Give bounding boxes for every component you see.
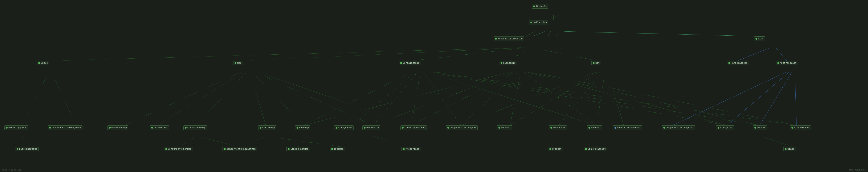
node-label: URLBuilder <box>154 126 167 129</box>
node-label: ConcurrentSkipListMap <box>226 148 256 150</box>
node-vector[interactable]: Vector <box>753 125 767 130</box>
svg-line-37 <box>510 72 521 125</box>
node-label: LinkedHashSet <box>588 148 606 150</box>
svg-line-54 <box>239 137 266 147</box>
node-dot <box>593 62 595 64</box>
node-concurrentmap[interactable]: ConcurrentMap <box>183 125 207 130</box>
node-dot <box>792 127 793 129</box>
svg-line-32 <box>434 72 797 125</box>
node-dot <box>550 127 552 129</box>
node-hashmap[interactable]: HashMap <box>295 125 310 130</box>
node-queue[interactable]: Queue <box>37 61 49 65</box>
node-label: ArrayDeque <box>338 126 352 129</box>
node-dot <box>588 127 590 129</box>
node-label: SortedSet <box>553 126 565 129</box>
svg-line-51 <box>22 137 33 147</box>
svg-line-25 <box>353 72 415 125</box>
node-dot <box>615 127 616 129</box>
footer-left: Powered by yFiles <box>2 169 21 171</box>
node-weakhashmap[interactable]: WeakHashMap <box>107 125 128 130</box>
svg-line-16 <box>52 72 76 125</box>
node-linkedhashmap[interactable]: LinkedHashMap <box>286 147 310 151</box>
node-label: ConcurrentHashSet <box>617 126 641 129</box>
node-dot <box>297 127 298 129</box>
node-dot <box>151 127 153 129</box>
node-label: Vector <box>757 126 765 129</box>
svg-line-46 <box>608 72 624 125</box>
node-stack[interactable]: Stack <box>783 147 796 151</box>
svg-line-29 <box>426 72 597 125</box>
node-serializable[interactable]: Serializable <box>399 61 421 65</box>
node-copyonwritearrayset[interactable]: CopyOnWriteArraySet <box>446 125 478 130</box>
node-dot <box>17 148 18 150</box>
svg-line-11 <box>510 48 529 61</box>
node-urlbuilder[interactable]: URLBuilder <box>150 125 169 130</box>
svg-line-38 <box>524 72 597 125</box>
svg-line-21 <box>252 72 304 125</box>
node-blockingdeque[interactable]: BlockingDeque <box>15 147 39 151</box>
node-dot <box>38 62 40 64</box>
node-iterable[interactable]: Iterable <box>532 4 548 9</box>
node-abstractlist[interactable]: AbstractList <box>776 61 798 65</box>
node-cloneable[interactable]: Cloneable <box>499 61 517 65</box>
svg-line-49 <box>760 72 792 125</box>
svg-line-22 <box>255 72 373 125</box>
node-label: Queue <box>41 62 48 64</box>
node-concurrenthashset[interactable]: ConcurrentHashSet <box>613 125 642 130</box>
node-blockingqueue[interactable]: BlockingQueue <box>4 125 28 130</box>
node-concurrentlinkedqueue[interactable]: ConcurrentLinkedQueue <box>48 125 83 130</box>
svg-line-15 <box>22 72 49 125</box>
node-arraydeque[interactable]: ArrayDeque <box>334 125 353 130</box>
svg-line-33 <box>304 72 510 125</box>
node-label: ArraysQueue <box>794 126 809 129</box>
node-dot <box>6 127 7 129</box>
node-dot <box>400 62 402 64</box>
node-treemap[interactable]: TreeMap <box>330 147 345 151</box>
node-label: ArrayList <box>720 126 733 129</box>
svg-line-14 <box>776 48 786 61</box>
connections-svg <box>0 0 868 172</box>
node-concurrenthashmap[interactable]: ConcurrentHashMap <box>164 147 193 151</box>
node-label: EnumSet <box>501 126 511 129</box>
svg-line-24 <box>304 72 412 125</box>
node-dot <box>260 127 261 129</box>
svg-line-43 <box>510 72 599 125</box>
node-arraylist[interactable]: ArrayList <box>716 125 734 130</box>
node-treeset[interactable]: TreeSet <box>548 147 563 151</box>
node-label: LinkedHashMap <box>290 148 309 150</box>
footer-right: 分析工具及使用技巧 <box>849 168 866 171</box>
node-abstractcollection[interactable]: AbstractCollection <box>494 36 524 41</box>
svg-line-10 <box>412 48 526 61</box>
svg-line-41 <box>532 72 797 125</box>
node-properties[interactable]: Properties <box>402 147 421 151</box>
node-copyonwritearraylist[interactable]: CopyOnWriteArrayList <box>662 125 695 130</box>
node-dot <box>447 127 449 129</box>
node-concurrentskiplistmap[interactable]: ConcurrentSkipListMap <box>222 147 257 151</box>
node-dot <box>402 127 404 129</box>
node-sortedset[interactable]: SortedSet <box>549 125 567 130</box>
node-map[interactable]: Map <box>233 61 243 65</box>
node-label: Hashtable <box>366 126 379 129</box>
node-linkedhashset[interactable]: LinkedHashSet <box>584 147 607 151</box>
svg-line-39 <box>526 72 727 125</box>
node-label: Properties <box>405 148 420 150</box>
node-arraysqueue[interactable]: ArraysQueue <box>790 125 811 130</box>
node-sortedmap[interactable]: SortedMap <box>258 125 276 130</box>
node-hashtable[interactable]: Hashtable <box>362 125 380 130</box>
node-dot <box>109 127 111 129</box>
node-label: List <box>758 38 764 40</box>
node-randomaccess[interactable]: RandomAccess <box>727 61 749 65</box>
svg-line-26 <box>373 72 418 125</box>
node-set[interactable]: Set <box>591 61 601 65</box>
node-enumset[interactable]: EnumSet <box>497 125 512 130</box>
svg-line-44 <box>559 72 602 125</box>
svg-line-45 <box>597 72 605 125</box>
node-dot <box>49 127 51 129</box>
node-collection[interactable]: Collection <box>529 20 548 25</box>
node-dot <box>530 22 532 23</box>
svg-line-55 <box>269 137 341 147</box>
node-label: BlockingQueue <box>8 126 27 129</box>
node-identityhashmap[interactable]: IdentityHashMap <box>400 125 427 130</box>
node-hashset[interactable]: HashSet <box>587 125 602 130</box>
node-list[interactable]: List <box>754 36 765 41</box>
